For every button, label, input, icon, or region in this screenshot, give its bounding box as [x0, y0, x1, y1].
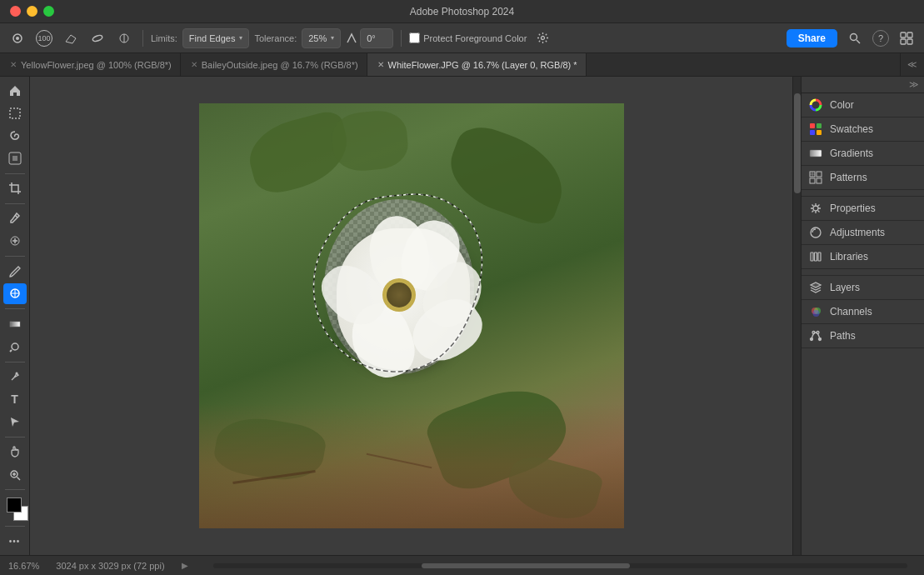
- tool-object-select[interactable]: [3, 148, 27, 169]
- color-swatches[interactable]: [0, 498, 30, 522]
- help-button[interactable]: ?: [872, 30, 889, 47]
- panel-item-properties[interactable]: Properties: [802, 197, 924, 221]
- tool-home[interactable]: [3, 80, 27, 101]
- tool-dodge[interactable]: [3, 336, 27, 357]
- limits-dropdown[interactable]: Find Edges ▾: [182, 28, 250, 48]
- tool-bg-eraser[interactable]: [3, 283, 27, 304]
- close-button[interactable]: [10, 6, 21, 17]
- svg-rect-35: [817, 130, 822, 135]
- svg-rect-12: [10, 108, 20, 118]
- tool-path-select[interactable]: [3, 412, 27, 432]
- panel-item-libraries[interactable]: Libraries: [802, 245, 924, 269]
- svg-rect-10: [901, 39, 906, 44]
- tool-pen[interactable]: [3, 366, 27, 387]
- properties-icon: [808, 201, 823, 216]
- tab-2[interactable]: ✕ WhiteFlower.JPG @ 16.7% (Layer 0, RGB/…: [367, 53, 587, 76]
- minimize-button[interactable]: [27, 6, 37, 17]
- tab-1[interactable]: ✕ BaileyOutside.jpeg @ 16.7% (RGB/8*): [181, 53, 367, 76]
- tool-more[interactable]: •••: [3, 531, 27, 552]
- share-button[interactable]: Share: [787, 29, 837, 48]
- tool-sep-2: [5, 203, 25, 204]
- patterns-label: Patterns: [830, 172, 867, 183]
- right-panel-header: ≫: [802, 77, 924, 93]
- swatches-label: Swatches: [830, 123, 873, 135]
- zoom-level: 16.67%: [8, 561, 39, 571]
- panel-collapse-left[interactable]: ≪: [907, 59, 917, 70]
- panel-item-color[interactable]: Color: [802, 93, 924, 118]
- panel-item-gradients[interactable]: Gradients: [802, 142, 924, 166]
- panel-item-paths[interactable]: Paths: [802, 324, 924, 348]
- svg-rect-36: [810, 150, 822, 157]
- scroll-thumb[interactable]: [794, 93, 801, 193]
- tool-crop[interactable]: [3, 178, 27, 199]
- panel-item-adjustments[interactable]: Adjustments: [802, 221, 924, 245]
- tool-type[interactable]: T: [3, 389, 27, 410]
- svg-point-53: [819, 338, 822, 341]
- tool-eyedropper[interactable]: [3, 208, 27, 229]
- right-panel: ≫ Color: [801, 77, 924, 555]
- panel-item-swatches[interactable]: Swatches: [802, 118, 924, 142]
- statusbar: 16.67% 3024 px x 3029 px (72 ppi) ▶: [0, 555, 924, 575]
- search-button[interactable]: [844, 28, 866, 49]
- protect-fg-label[interactable]: Protect Foreground Color: [409, 32, 527, 43]
- h-scroll-thumb[interactable]: [422, 563, 630, 568]
- status-arrow[interactable]: ▶: [182, 561, 188, 570]
- toolbar: 100 Limits: Find Edges ▾ Tolerance: 25% …: [0, 23, 924, 53]
- svg-point-1: [16, 37, 19, 40]
- window-controls: [10, 6, 54, 17]
- svg-rect-48: [818, 252, 821, 261]
- fg-color-swatch[interactable]: [7, 498, 22, 512]
- tool-rect-select[interactable]: [3, 102, 27, 123]
- tool-sep-8: [5, 526, 25, 527]
- angle-input[interactable]: 0°: [360, 28, 393, 48]
- tool-brush[interactable]: [3, 261, 27, 282]
- panel-sep-2: [802, 269, 924, 276]
- svg-point-6: [851, 33, 857, 40]
- svg-point-2: [92, 34, 102, 42]
- svg-rect-32: [810, 123, 815, 128]
- tool-sep-4: [5, 308, 25, 309]
- adjustments-icon: [808, 225, 823, 240]
- tool-hand[interactable]: [3, 442, 27, 462]
- toolbar-right: Share ?: [787, 28, 917, 49]
- flower: [328, 212, 478, 378]
- protect-fg-checkbox[interactable]: [409, 32, 420, 43]
- properties-label: Properties: [830, 202, 876, 214]
- tab-0-close[interactable]: ✕: [10, 60, 17, 69]
- brush-hardness-btn[interactable]: [113, 28, 135, 49]
- tool-heal[interactable]: [3, 231, 27, 252]
- tolerance-arrow: ▾: [331, 34, 334, 42]
- svg-point-5: [541, 37, 544, 40]
- panel-item-channels[interactable]: Channels: [802, 300, 924, 324]
- brush-mode-btn[interactable]: [60, 28, 82, 49]
- horizontal-scrollbar[interactable]: [213, 563, 907, 568]
- tab-2-close[interactable]: ✕: [377, 60, 384, 69]
- brush-size-indicator[interactable]: 100: [33, 28, 55, 49]
- settings-icon[interactable]: [532, 28, 553, 49]
- right-panel-collapse-btn[interactable]: ≫: [909, 79, 919, 90]
- maximize-button[interactable]: [43, 6, 54, 17]
- panel-item-patterns[interactable]: Patterns: [802, 166, 924, 190]
- paths-label: Paths: [830, 330, 856, 342]
- tab-empty-space: [587, 53, 900, 76]
- layout-button[interactable]: [896, 28, 917, 49]
- svg-rect-47: [815, 252, 817, 261]
- panel-item-layers[interactable]: Layers: [802, 276, 924, 300]
- swatches-icon: [808, 122, 823, 137]
- photo-canvas[interactable]: [199, 103, 624, 528]
- scrollbar[interactable]: [792, 77, 801, 555]
- tool-lasso[interactable]: [3, 125, 27, 146]
- brush-angle-btn[interactable]: [87, 28, 108, 49]
- tolerance-value: 25%: [308, 33, 327, 43]
- tool-gradient[interactable]: [3, 313, 27, 334]
- tab-0[interactable]: ✕ YellowFlower.jpeg @ 100% (RGB/8*): [0, 53, 181, 76]
- angle-control: 0°: [346, 28, 393, 48]
- channels-icon: [808, 304, 823, 319]
- tool-preset-btn[interactable]: [7, 28, 28, 49]
- gradients-icon: [808, 146, 823, 161]
- main-layout: T •••: [0, 77, 924, 555]
- tolerance-dropdown[interactable]: 25% ▾: [302, 28, 341, 48]
- titlebar: Adobe Photoshop 2024: [0, 0, 924, 23]
- tab-1-close[interactable]: ✕: [191, 60, 197, 69]
- tool-zoom[interactable]: [3, 464, 27, 485]
